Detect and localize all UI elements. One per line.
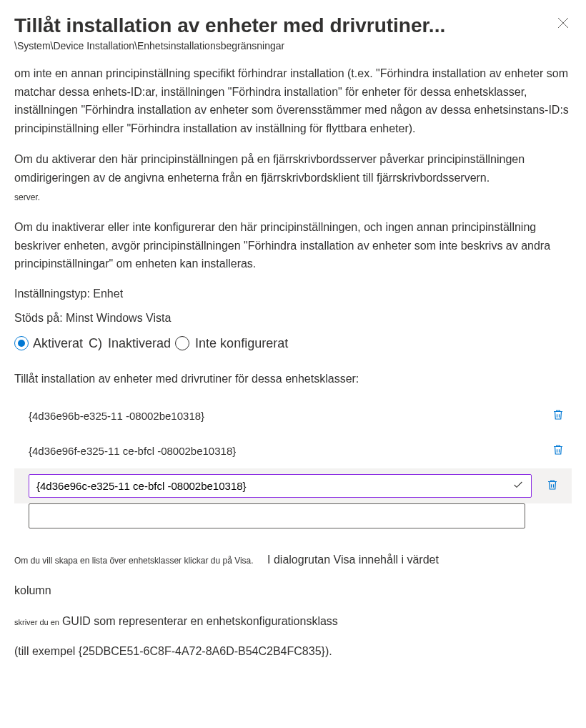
delete-button[interactable]	[545, 441, 572, 461]
radio-enabled[interactable]: Aktiverat	[14, 336, 83, 351]
radio-icon	[175, 336, 189, 350]
list-item-editing	[14, 468, 572, 503]
radio-disabled-label: Inaktiverad	[108, 336, 171, 351]
trash-icon	[546, 478, 559, 491]
list-section-label: Tillåt installation av enheter med drivr…	[14, 373, 572, 385]
description-paragraph-2: Om du aktiverar den här principinställni…	[14, 150, 572, 205]
description-paragraph-3: Om du inaktiverar eller inte konfigurera…	[14, 218, 572, 273]
list-item: {4d36e96b-e325-11 -08002be10318}	[14, 398, 572, 433]
edit-item-input[interactable]	[36, 480, 507, 492]
new-item-row	[14, 503, 572, 528]
setting-type-label: Inställningstyp: Enhet	[14, 287, 572, 300]
radio-icon	[14, 336, 29, 350]
page-title: Tillåt installation av enheter med drivr…	[14, 14, 445, 37]
trash-icon	[552, 408, 565, 421]
list-item: {4d36e96f-e325-11 ce-bfcl -08002be10318}	[14, 433, 572, 468]
radio-not-configured-label: Inte konfigurerat	[195, 336, 288, 351]
device-class-list: {4d36e96b-e325-11 -08002be10318} {4d36e9…	[14, 398, 572, 528]
list-item-text: {4d36e96b-e325-11 -08002be10318}	[29, 410, 537, 422]
check-icon	[512, 479, 524, 491]
supported-on-label: Stöds på: Minst Windows Vista	[14, 312, 572, 325]
radio-enabled-label: Aktiverat	[33, 336, 83, 351]
radio-disabled-prefix: C)	[89, 336, 102, 351]
new-item-input[interactable]	[29, 503, 525, 528]
state-radio-group: Aktiverat C) Inaktiverad Inte konfigurer…	[14, 336, 572, 351]
delete-button[interactable]	[539, 476, 566, 496]
description-paragraph-1: om inte en annan principinställning spec…	[14, 64, 572, 137]
delete-button[interactable]	[545, 405, 572, 426]
radio-disabled[interactable]: Inaktiverad	[108, 336, 189, 351]
close-button[interactable]	[555, 14, 572, 34]
list-item-text: {4d36e96f-e325-11 ce-bfcl -08002be10318}	[29, 445, 537, 457]
breadcrumb: \System\Device Installation\Enhetsinstal…	[14, 40, 572, 51]
close-icon	[557, 17, 569, 29]
footer-help-text: Om du vill skapa en lista över enhetskla…	[14, 550, 572, 662]
radio-not-configured[interactable]: Inte konfigurerat	[195, 336, 288, 351]
trash-icon	[552, 443, 565, 456]
confirm-button[interactable]	[512, 479, 524, 493]
